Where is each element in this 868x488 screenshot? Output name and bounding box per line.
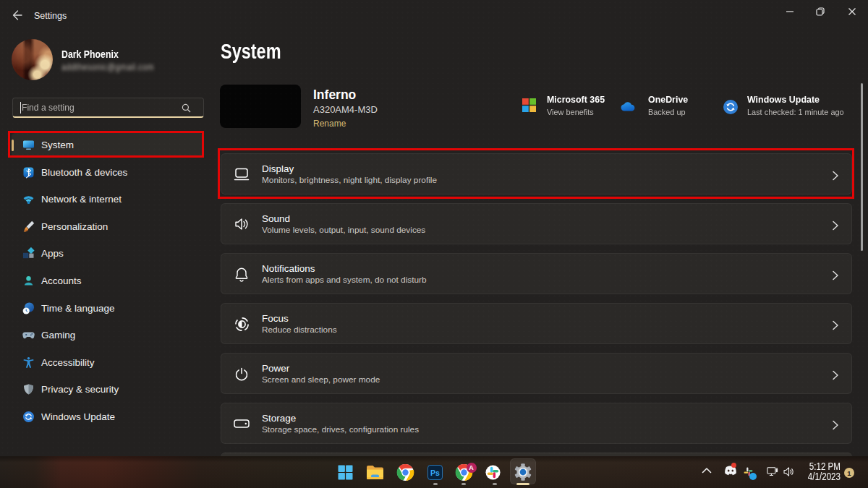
svg-text:Ps: Ps	[430, 468, 440, 476]
